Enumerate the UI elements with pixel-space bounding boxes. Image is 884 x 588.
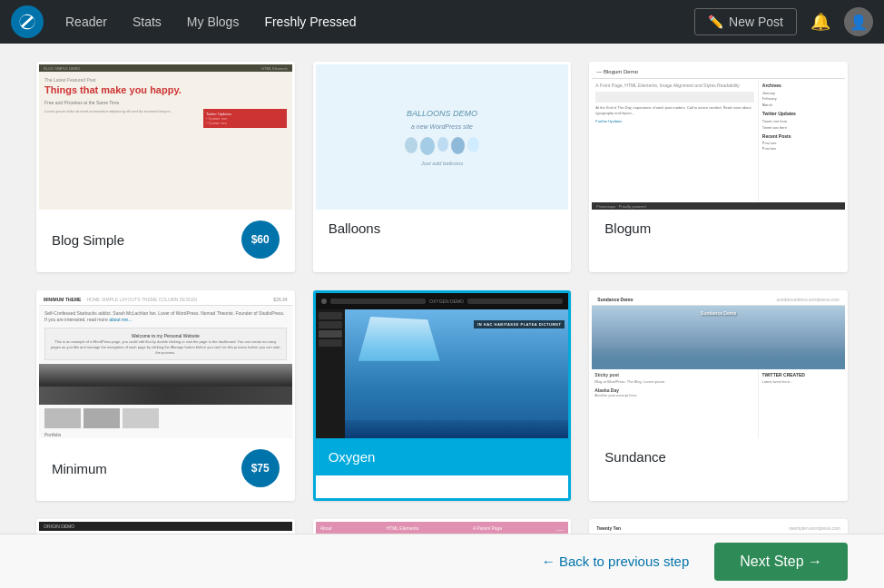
back-button[interactable]: ← Back to previous step [531, 546, 701, 576]
nav-freshly-pressed[interactable]: Freshly Pressed [253, 7, 367, 36]
avatar[interactable]: 👤 [844, 7, 873, 36]
theme-card-sundance[interactable]: Sundance Demo sundancedemo.wordpress.com… [589, 290, 848, 501]
theme-thumbnail-oxygen: OXYGEN DEMO IN HAC HABITASSE PLATEA DICT… [316, 293, 569, 438]
pencil-icon: ✏️ [708, 15, 723, 29]
theme-thumbnail-sundance: Sundance Demo sundancedemo.wordpress.com… [592, 293, 845, 438]
avatar-icon: 👤 [850, 14, 868, 31]
theme-card-blogum[interactable]: — Blogum Demo A Front Page, HTML Element… [589, 62, 848, 272]
theme-thumbnail-balloons: BALLOONS DEMO a new WordPress site Just … [316, 64, 569, 210]
theme-card-balloons[interactable]: BALLOONS DEMO a new WordPress site Just … [313, 62, 572, 272]
theme-grid: BLOG SIMPLE DEMO HTML Elements The Lates… [36, 62, 848, 588]
main-content: BLOG SIMPLE DEMO HTML Elements The Lates… [0, 44, 884, 588]
theme-name-blog-simple: Blog Simple [52, 232, 124, 248]
new-post-label: New Post [729, 15, 783, 29]
theme-price-blog-simple: $60 [241, 220, 280, 259]
next-step-button[interactable]: Next Step → [714, 543, 848, 581]
theme-thumbnail-blog-simple: BLOG SIMPLE DEMO HTML Elements The Lates… [39, 64, 292, 210]
theme-name-sundance: Sundance [604, 449, 666, 465]
new-post-button[interactable]: ✏️ New Post [694, 8, 797, 35]
theme-name-minimum: Minimum [52, 461, 107, 476]
wordpress-logo[interactable] [11, 5, 44, 38]
nav-my-blogs[interactable]: My Blogs [176, 7, 250, 36]
nav-reader[interactable]: Reader [54, 7, 118, 36]
theme-thumbnail-blogum: — Blogum Demo A Front Page, HTML Element… [592, 64, 845, 210]
bell-icon: 🔔 [810, 12, 830, 32]
notifications-button[interactable]: 🔔 [804, 5, 837, 38]
nav-stats[interactable]: Stats [122, 7, 172, 36]
theme-card-minimum[interactable]: MINIMUM THEME HOME SIMPLE LAYOUTS THEME … [36, 290, 295, 501]
theme-card-blog-simple[interactable]: BLOG SIMPLE DEMO HTML Elements The Lates… [36, 62, 295, 272]
theme-card-oxygen[interactable]: OXYGEN DEMO IN HAC HABITASSE PLATEA DICT… [313, 290, 572, 501]
theme-thumbnail-minimum: MINIMUM THEME HOME SIMPLE LAYOUTS THEME … [39, 293, 292, 438]
bottom-bar: ← Back to previous step Next Step → [0, 534, 884, 588]
theme-name-blogum: Blogum [604, 220, 651, 236]
nav-right: ✏️ New Post 🔔 👤 [694, 5, 873, 38]
theme-name-balloons: Balloons [329, 220, 381, 236]
top-navigation: Reader Stats My Blogs Freshly Pressed ✏️… [0, 0, 884, 44]
theme-name-oxygen: Oxygen [329, 449, 376, 465]
theme-price-minimum: $75 [241, 449, 280, 487]
